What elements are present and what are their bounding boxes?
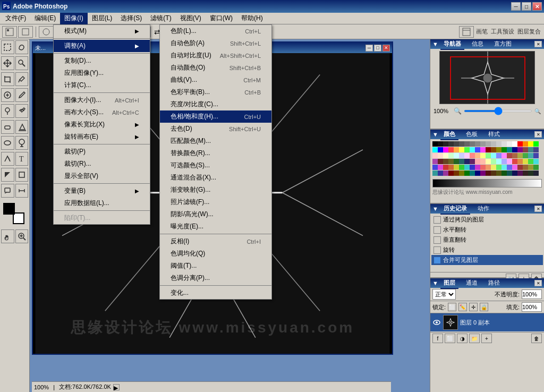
tool-dodge[interactable] xyxy=(15,136,29,150)
color-swatch[interactable] xyxy=(491,141,496,147)
color-swatch[interactable] xyxy=(459,141,464,147)
tool-zoom[interactable] xyxy=(15,229,29,243)
canvas-maximize[interactable]: □ xyxy=(374,45,381,52)
color-swatch[interactable] xyxy=(502,141,507,147)
color-swatch[interactable] xyxy=(528,141,533,147)
toolbar-btn3[interactable] xyxy=(39,26,54,38)
color-swatch[interactable] xyxy=(443,159,448,164)
nav-zoom-slider[interactable] xyxy=(464,110,532,112)
maximize-button[interactable]: □ xyxy=(522,2,531,11)
color-swatch[interactable] xyxy=(432,171,438,176)
color-swatch[interactable] xyxy=(438,165,443,170)
color-swatch[interactable] xyxy=(528,159,533,164)
color-swatch[interactable] xyxy=(448,159,454,164)
color-swatch[interactable] xyxy=(480,147,486,152)
tool-direct-select[interactable] xyxy=(1,168,14,182)
color-swatch[interactable] xyxy=(502,159,507,164)
color-swatch[interactable] xyxy=(533,141,539,147)
menu-image-size[interactable]: 图像大小(I)... Alt+Ctrl+I xyxy=(54,94,150,106)
color-swatch[interactable] xyxy=(517,153,523,158)
color-swatch[interactable] xyxy=(486,147,491,152)
color-swatch[interactable] xyxy=(480,171,486,176)
color-swatch[interactable] xyxy=(512,159,517,164)
color-swatch[interactable] xyxy=(491,171,496,176)
close-button[interactable]: ✕ xyxy=(532,2,542,11)
tool-eraser[interactable] xyxy=(1,120,14,134)
color-swatch[interactable] xyxy=(486,141,491,147)
adjust-auto-color[interactable]: 自动颜色(O) Shift+Ctrl+B xyxy=(160,62,271,74)
color-swatch[interactable] xyxy=(512,147,517,152)
color-swatch[interactable] xyxy=(459,171,464,176)
color-swatch[interactable] xyxy=(480,159,486,164)
adjust-equalize[interactable]: 色调均化(Q) xyxy=(160,248,271,260)
menu-variables[interactable]: 变量(B) ▶ xyxy=(54,185,150,197)
color-swatch[interactable] xyxy=(470,159,475,164)
layer-adj-btn[interactable]: ◑ xyxy=(457,334,468,343)
tool-notes[interactable] xyxy=(1,184,14,198)
color-swatch[interactable] xyxy=(475,147,480,152)
tab-navigator[interactable]: 导航器 xyxy=(440,39,464,50)
lock-move-btn[interactable]: ✛ xyxy=(469,303,478,311)
menu-image[interactable]: 图像(I) xyxy=(60,13,87,24)
layer-delete-btn[interactable]: 🗑 xyxy=(531,334,542,343)
adjust-gradient-map[interactable]: 渐变映射(G)... xyxy=(160,184,271,196)
nav-panel-close[interactable]: ✕ xyxy=(534,41,542,47)
menu-adjust[interactable]: 调整(A) ▶ xyxy=(54,40,150,52)
color-swatch[interactable] xyxy=(432,147,438,152)
color-swatch[interactable] xyxy=(464,153,470,158)
menu-mode[interactable]: 模式(M) ▶ xyxy=(54,25,150,37)
lock-all-btn[interactable]: 🔒 xyxy=(480,303,488,311)
tab-histogram[interactable]: 直方图 xyxy=(491,39,515,50)
color-swatch[interactable] xyxy=(528,171,533,176)
color-swatch[interactable] xyxy=(486,171,491,176)
tool-text[interactable]: T xyxy=(15,152,29,166)
tool-blur[interactable] xyxy=(1,136,14,150)
color-swatch[interactable] xyxy=(443,165,448,170)
history-item-1[interactable]: 水平翻转 xyxy=(431,225,543,235)
fill-input[interactable] xyxy=(522,302,542,312)
color-swatch[interactable] xyxy=(523,141,528,147)
color-swatch[interactable] xyxy=(432,159,438,164)
layers-panel-close[interactable]: ✕ xyxy=(534,280,542,286)
layers-blend-mode[interactable]: 正常 xyxy=(432,289,456,300)
color-swatch[interactable] xyxy=(533,165,539,170)
history-panel-close[interactable]: ✕ xyxy=(534,206,542,212)
menu-view[interactable]: 视图(V) xyxy=(176,13,206,24)
adjust-variations[interactable]: 变化... xyxy=(160,287,271,299)
color-swatch[interactable] xyxy=(448,141,454,147)
color-swatch[interactable] xyxy=(448,165,454,170)
tool-eyedrop[interactable] xyxy=(15,72,29,86)
color-swatch[interactable] xyxy=(438,153,443,158)
toolbar-btn2[interactable] xyxy=(18,26,33,38)
color-swatch[interactable] xyxy=(486,165,491,170)
zoom-in-icon[interactable]: 🔍 xyxy=(534,108,541,114)
tab-info[interactable]: 信息 xyxy=(469,39,487,50)
color-swatch[interactable] xyxy=(475,171,480,176)
color-swatch[interactable] xyxy=(454,165,459,170)
color-swatch[interactable] xyxy=(432,153,438,158)
color-swatch[interactable] xyxy=(459,153,464,158)
menu-window[interactable]: 窗口(W) xyxy=(206,13,237,24)
history-item-2[interactable]: 垂直翻转 xyxy=(431,235,543,245)
adjust-posterize[interactable]: 色调分离(P)... xyxy=(160,272,271,284)
adjust-selective-color[interactable]: 可选颜色(S)... xyxy=(160,159,271,172)
tool-hand[interactable] xyxy=(1,229,14,243)
adjust-brightness[interactable]: 亮度/对比度(C)... xyxy=(160,98,271,110)
color-swatch[interactable] xyxy=(523,171,528,176)
lock-image-btn[interactable]: ✏️ xyxy=(458,303,467,311)
layer-item-0[interactable]: 图层 0 副本 xyxy=(430,313,544,332)
tool-stamp[interactable] xyxy=(1,104,14,118)
color-swatch[interactable] xyxy=(480,141,486,147)
color-swatch[interactable] xyxy=(502,165,507,170)
tool-path[interactable] xyxy=(1,152,14,166)
color-swatch[interactable] xyxy=(448,153,454,158)
menu-apply-data[interactable]: 应用数据组(L)... xyxy=(54,197,150,209)
color-swatch[interactable] xyxy=(464,165,470,170)
color-swatch[interactable] xyxy=(523,153,528,158)
color-swatch[interactable] xyxy=(448,147,454,152)
layer-fx-btn[interactable]: f xyxy=(432,334,443,343)
color-swatch[interactable] xyxy=(517,159,523,164)
color-swatch[interactable] xyxy=(443,153,448,158)
color-swatch[interactable] xyxy=(443,141,448,147)
color-swatch[interactable] xyxy=(480,165,486,170)
